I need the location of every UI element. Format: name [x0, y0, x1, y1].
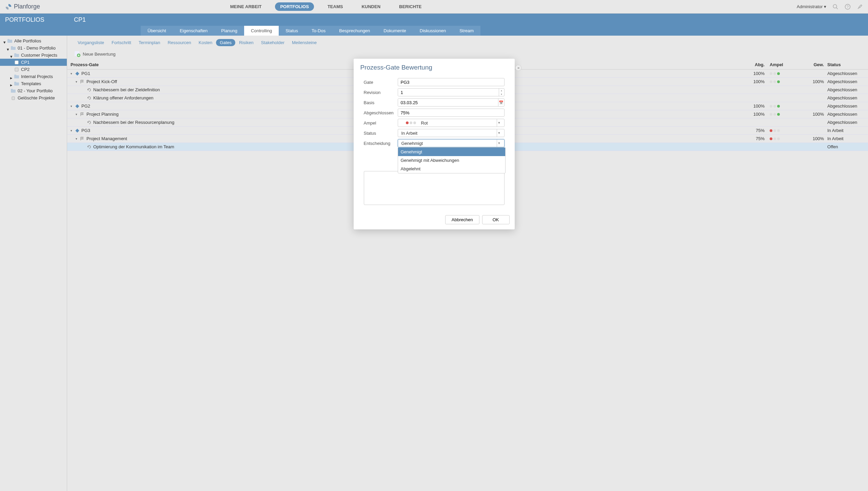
modal: ✕ Prozess-Gate Bewertung Gate Revision ▲…: [354, 59, 515, 229]
spinner-down-icon[interactable]: ▼: [499, 92, 504, 96]
modal-header: Prozess-Gate Bewertung: [354, 59, 515, 75]
comment-textarea[interactable]: [364, 171, 505, 205]
status-value: In Arbeit: [401, 131, 418, 136]
traffic-lights: [406, 121, 416, 124]
gate-label: Gate: [364, 80, 398, 85]
traffic-value: Rot: [421, 120, 428, 126]
modal-title: Prozess-Gate Bewertung: [360, 64, 432, 71]
chevron-down-icon: ▼: [497, 129, 501, 137]
calendar-icon[interactable]: 📅: [498, 99, 504, 106]
revision-spinner: ▲ ▼: [499, 89, 504, 96]
spinner-up-icon[interactable]: ▲: [499, 89, 504, 92]
traffic-select[interactable]: Rot ▼: [398, 119, 505, 127]
gate-input[interactable]: [398, 78, 505, 86]
basis-input-wrap: 📅: [398, 98, 505, 107]
cancel-button[interactable]: Abbrechen: [445, 215, 479, 224]
completed-input[interactable]: [398, 109, 505, 117]
modal-overlay: ✕ Prozess-Gate Bewertung Gate Revision ▲…: [0, 0, 868, 491]
decision-select[interactable]: Genehmigt ▼: [398, 139, 505, 147]
dropdown-option-rejected[interactable]: Abgelehnt: [398, 165, 505, 173]
revision-input[interactable]: [398, 89, 499, 96]
decision-label: Entscheidung: [364, 141, 398, 146]
traffic-label: Ampel: [364, 120, 398, 126]
dropdown-option-approved-deviation[interactable]: Genehmigt mit Abweichungen: [398, 156, 505, 165]
basis-label: Basis: [364, 100, 398, 105]
basis-input[interactable]: [398, 99, 498, 106]
modal-close-button[interactable]: ✕: [515, 65, 521, 71]
status-select[interactable]: In Arbeit ▼: [398, 129, 505, 137]
decision-dropdown: Genehmigt Genehmigt mit Abweichungen Abg…: [398, 147, 506, 173]
modal-body: Gate Revision ▲ ▼ Basis 📅: [354, 75, 515, 212]
dropdown-option-approved[interactable]: Genehmigt: [398, 148, 505, 156]
completed-label: Abgeschlossen: [364, 110, 398, 115]
modal-footer: Abbrechen OK: [354, 212, 515, 229]
revision-input-wrap: ▲ ▼: [398, 88, 505, 96]
chevron-down-icon: ▼: [497, 139, 501, 147]
revision-label: Revision: [364, 90, 398, 95]
status-label: Status: [364, 131, 398, 136]
decision-value: Genehmigt: [401, 141, 423, 146]
chevron-down-icon: ▼: [497, 119, 501, 127]
ok-button[interactable]: OK: [482, 215, 510, 224]
